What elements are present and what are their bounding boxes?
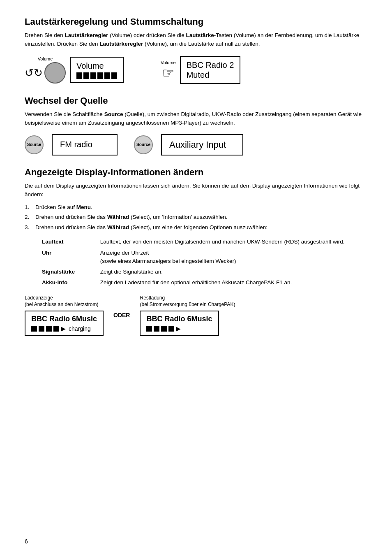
term-row-uhr: Uhr Anzeige der Uhrzeit(sowie eines Alar…	[42, 248, 367, 267]
bbc-bar-l1	[31, 326, 37, 332]
step-num-2: 2.	[25, 213, 32, 222]
bar-3	[90, 72, 96, 79]
restladung-sublabel: (bei Stromversorgung über ein ChargePAK)	[140, 302, 235, 307]
bar-6	[111, 72, 117, 79]
section-source: Wechsel der Quelle Verwenden Sie die Sch…	[25, 95, 367, 155]
ladeanzeige-sublabel: (bei Anschluss an den Netzstrom)	[25, 302, 98, 307]
bar-4	[97, 72, 103, 79]
step-num-3: 3.	[25, 223, 32, 232]
volume-group-left: Volume ↺↻ Volume	[25, 56, 124, 84]
hand-wrap: Volume ☞	[161, 60, 176, 80]
section3-body: Die auf dem Display angezeigten Informat…	[25, 182, 367, 199]
bbc-title-left: BBC Radio 6Music	[31, 315, 97, 324]
muted-display-box: BBC Radio 2 Muted	[180, 56, 241, 84]
step-1: 1. Drücken Sie auf Menu.	[25, 203, 367, 212]
bar-1	[76, 72, 82, 79]
rotation-arrows-icon: ↺↻	[25, 67, 43, 78]
fm-radio-display: FM radio	[52, 134, 118, 155]
volume-group-right: Volume ☞ BBC Radio 2 Muted	[161, 56, 240, 84]
section3-title: Angezeigte Display-Informationen ändern	[25, 167, 367, 178]
section2-title: Wechsel der Quelle	[25, 95, 367, 106]
section1-title: Lautstärkeregelung und Stummschaltung	[25, 16, 367, 27]
bbc-bar-l4	[53, 326, 59, 332]
volume-knob[interactable]	[44, 62, 66, 84]
bbc-arrow-left: ▶	[61, 325, 65, 332]
muted-display-line1: BBC Radio 2	[187, 60, 234, 70]
def-signal: Zeigt die Signalstärke an.	[100, 267, 367, 277]
volume-display-box: Volume	[70, 57, 124, 83]
section2-body: Verwenden Sie die Schaltfläche Source (Q…	[25, 110, 367, 128]
ladeanzeige-label: Ladeanzeige	[25, 295, 53, 301]
charging-col-left-label: Ladeanzeige (bei Anschluss an den Netzst…	[25, 295, 98, 309]
source-row: Source FM radio Source Auxiliary Input	[25, 134, 367, 155]
volume-display-title: Volume	[76, 61, 117, 71]
bbc-bars-row-right: ▶	[146, 325, 212, 332]
step-text-2: Drehen und drücken Sie das Wählrad (Sele…	[35, 213, 227, 222]
step-3: 3. Drehen und drücken Sie das Wählrad (S…	[25, 223, 367, 232]
step-num-1: 1.	[25, 203, 32, 212]
oder-label: ODER	[113, 312, 130, 318]
section1-body: Drehen Sie den Lautstärkeregler (Volume)…	[25, 31, 367, 49]
bbc-bar-r2	[154, 326, 159, 332]
volume-diagram-row: Volume ↺↻ Volume	[25, 56, 367, 84]
bbc-bars-row-left: ▶ charging	[31, 325, 97, 332]
source-button-1[interactable]: Source	[25, 135, 44, 154]
bar-5	[104, 72, 110, 79]
term-row-akku: Akku-Info Zeigt den Ladestand für den op…	[42, 278, 367, 288]
step-text-1: Drücken Sie auf Menu.	[35, 203, 92, 212]
def-akku: Zeigt den Ladestand für den optional erh…	[100, 278, 367, 288]
hand-press-icon: ☞	[162, 66, 174, 80]
def-lauftext: Lauftext, der von den meisten Digitalsen…	[100, 237, 367, 247]
bbc-display-left: BBC Radio 6Music ▶ charging	[25, 311, 104, 336]
charging-col-right: Restladung (bei Stromversorgung über ein…	[140, 295, 235, 336]
charging-col-right-label: Restladung (bei Stromversorgung über ein…	[140, 295, 235, 309]
restladung-label: Restladung	[140, 295, 165, 301]
step-2: 2. Drehen und drücken Sie das Wählrad (S…	[25, 213, 367, 222]
charging-col-left: Ladeanzeige (bei Anschluss an den Netzst…	[25, 295, 104, 336]
bar-2	[83, 72, 89, 79]
bbc-bar-r3	[161, 326, 167, 332]
term-uhr: Uhr	[42, 248, 99, 267]
muted-display-line2: Muted	[187, 70, 234, 80]
bbc-bar-l3	[46, 326, 52, 332]
steps-list: 1. Drücken Sie auf Menu. 2. Drehen und d…	[25, 203, 367, 232]
step-text-3: Drehen und drücken Sie das Wählrad (Sele…	[35, 223, 267, 232]
source-button-2[interactable]: Source	[134, 135, 153, 154]
term-akku: Akku-Info	[42, 278, 99, 288]
arrow-container: ↺↻	[25, 62, 66, 84]
bbc-bar-r1	[146, 326, 152, 332]
term-row-lauftext: Lauftext Lauftext, der von den meisten D…	[42, 237, 367, 247]
volume-knob-wrap: Volume ↺↻	[25, 56, 66, 84]
bbc-arrow-right: ▶	[176, 325, 180, 332]
terms-table: Lauftext Lauftext, der von den meisten D…	[41, 236, 367, 288]
volume-bars	[76, 72, 117, 79]
bbc-display-right: BBC Radio 6Music ▶	[140, 311, 219, 336]
term-row-signal: Signalstärke Zeigt die Signalstärke an.	[42, 267, 367, 277]
page-number: 6	[25, 538, 28, 545]
section-volume: Lautstärkeregelung und Stummschaltung Dr…	[25, 16, 367, 84]
volume-label-right: Volume	[161, 60, 176, 65]
aux-input-display: Auxiliary Input	[161, 134, 243, 155]
charging-row: Ladeanzeige (bei Anschluss an den Netzst…	[25, 295, 367, 336]
bbc-bar-l2	[39, 326, 44, 332]
bbc-bar-r4	[168, 326, 174, 332]
volume-label-left: Volume	[38, 56, 53, 61]
term-lauftext: Lauftext	[42, 237, 99, 247]
section-display-info: Angezeigte Display-Informationen ändern …	[25, 167, 367, 336]
term-signal: Signalstärke	[42, 267, 99, 277]
def-uhr: Anzeige der Uhrzeit(sowie eines Alarmanz…	[100, 248, 367, 267]
bbc-charging-label: charging	[69, 325, 91, 332]
bbc-title-right: BBC Radio 6Music	[146, 315, 212, 324]
